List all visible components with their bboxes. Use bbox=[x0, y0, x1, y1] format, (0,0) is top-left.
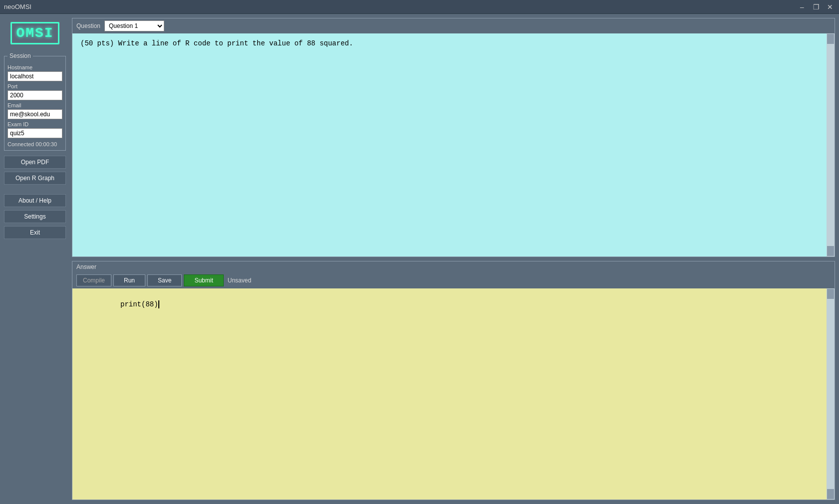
question-header: Question Question 1 Question 2 Question … bbox=[72, 18, 835, 33]
open-rgraph-button[interactable]: Open R Graph bbox=[4, 172, 66, 185]
examid-label: Exam ID bbox=[7, 121, 62, 127]
answer-scrollbar[interactable] bbox=[827, 288, 835, 500]
action-buttons: Open PDF Open R Graph bbox=[4, 156, 66, 186]
about-help-button[interactable]: About / Help bbox=[4, 194, 66, 207]
examid-input[interactable] bbox=[7, 128, 62, 138]
question-select[interactable]: Question 1 Question 2 Question 3 bbox=[104, 20, 164, 31]
email-label: Email bbox=[7, 102, 62, 108]
content-area: Question Question 1 Question 2 Question … bbox=[70, 14, 839, 504]
close-button[interactable]: ✕ bbox=[825, 2, 835, 12]
answer-toolbar: Compile Run Save Submit Unsaved bbox=[72, 272, 835, 288]
email-input[interactable] bbox=[7, 109, 62, 119]
hostname-label: Hostname bbox=[7, 64, 62, 70]
port-label: Port bbox=[7, 83, 62, 89]
question-scrollbar[interactable] bbox=[827, 33, 835, 256]
compile-button[interactable]: Compile bbox=[76, 274, 111, 286]
question-panel: Question Question 1 Question 2 Question … bbox=[72, 18, 835, 257]
answer-code-area[interactable]: print(88) bbox=[72, 288, 827, 500]
sidebar: OMSI Session Hostname Port Email Exam ID… bbox=[0, 14, 70, 504]
connected-status: Connected 00:00:30 bbox=[7, 141, 62, 147]
nav-buttons: About / Help Settings Exit bbox=[4, 194, 66, 241]
restore-button[interactable]: ❐ bbox=[811, 2, 821, 12]
hostname-input[interactable] bbox=[7, 71, 62, 81]
session-label: Session bbox=[7, 52, 33, 59]
minimize-button[interactable]: – bbox=[797, 2, 807, 12]
window-controls: – ❐ ✕ bbox=[797, 2, 835, 12]
unsaved-status: Unsaved bbox=[228, 277, 251, 284]
submit-button[interactable]: Submit bbox=[184, 274, 223, 286]
answer-header: Answer bbox=[72, 261, 835, 272]
main-layout: OMSI Session Hostname Port Email Exam ID… bbox=[0, 14, 839, 504]
question-panel-label: Question bbox=[76, 22, 100, 29]
question-text: (50 pts) Write a line of R code to print… bbox=[72, 33, 827, 256]
port-input[interactable] bbox=[7, 90, 62, 100]
save-button[interactable]: Save bbox=[147, 274, 182, 286]
run-button[interactable]: Run bbox=[113, 274, 145, 286]
session-group: Session Hostname Port Email Exam ID Conn… bbox=[4, 52, 66, 151]
answer-panel: Answer Compile Run Save Submit Unsaved p… bbox=[72, 261, 835, 500]
exit-button[interactable]: Exit bbox=[4, 226, 66, 239]
logo-area: OMSI bbox=[4, 22, 66, 44]
app-title: neoOMSI bbox=[4, 3, 31, 10]
answer-code: print(88) bbox=[120, 300, 158, 308]
settings-button[interactable]: Settings bbox=[4, 210, 66, 223]
open-pdf-button[interactable]: Open PDF bbox=[4, 156, 66, 169]
answer-panel-label: Answer bbox=[76, 263, 96, 270]
titlebar: neoOMSI – ❐ ✕ bbox=[0, 0, 839, 14]
omsi-logo: OMSI bbox=[10, 22, 59, 44]
